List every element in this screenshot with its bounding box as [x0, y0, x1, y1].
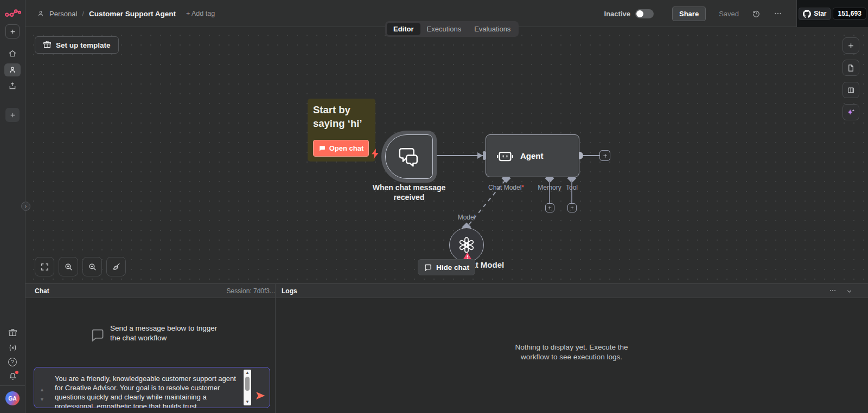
chat-bubble-filled-icon: [318, 145, 326, 152]
topbar-actions: Inactive Share Saved: [604, 0, 782, 27]
node-agent[interactable]: Agent: [486, 134, 579, 177]
sidebar-bottom: ?: [8, 328, 17, 385]
node-chat-trigger[interactable]: [385, 134, 433, 179]
open-chat-button[interactable]: Open chat: [313, 140, 369, 157]
add-tool-button[interactable]: [567, 203, 577, 212]
templates-box-icon: [8, 328, 17, 338]
sidebar-item-shared[interactable]: [4, 80, 21, 93]
chat-empty-message: Send a message below to trigger the chat…: [110, 324, 224, 343]
tab-executions[interactable]: Executions: [420, 23, 468, 35]
scroll-up-arrow[interactable]: ▲: [244, 370, 251, 376]
tab-editor[interactable]: Editor: [387, 23, 420, 35]
share-button[interactable]: Share: [672, 7, 706, 21]
more-options-button[interactable]: [774, 9, 782, 18]
workflow-status-label: Inactive: [604, 10, 630, 18]
breadcrumb-project[interactable]: Personal: [49, 10, 77, 18]
workflow-edges: [25, 27, 868, 283]
n8n-workflow-editor: ? GA › Personal / Customer Support Agent…: [0, 0, 868, 413]
logs-empty-message: Nothing to display yet. Execute the work…: [275, 343, 868, 362]
home-icon: [8, 49, 17, 58]
chat-session-id: Session: 7d0f3...: [227, 287, 275, 295]
workflow-title[interactable]: Customer Support Agent: [89, 10, 176, 18]
chat-input[interactable]: ▲ ▼ You are a friendly, knowledgeable cu…: [34, 367, 270, 408]
agent-tool-label: Tool: [559, 184, 585, 191]
history-icon: [752, 9, 761, 18]
github-star-label: Star: [814, 10, 826, 17]
tidy-up-button[interactable]: [106, 257, 126, 276]
split-panel-icon: [847, 86, 855, 94]
chat-bubble-outline-icon: [424, 263, 432, 272]
n8n-logo-icon[interactable]: [5, 7, 21, 22]
add-node-button[interactable]: [843, 37, 859, 54]
zoom-to-fit-button[interactable]: [35, 257, 54, 276]
breadcrumb-separator: /: [82, 10, 84, 18]
broom-icon: [112, 262, 121, 272]
zoom-out-icon: [88, 262, 97, 272]
ai-assistant-button[interactable]: [843, 104, 859, 120]
sidebar-new-workflow-button[interactable]: [5, 24, 20, 38]
breadcrumb: Personal / Customer Support Agent + Add …: [37, 0, 215, 27]
lightning-trigger-icon: [371, 149, 379, 161]
input-history-arrows: ▲ ▼: [40, 387, 44, 402]
zoom-out-button[interactable]: [82, 257, 102, 276]
sidebar-item-notifications[interactable]: [8, 372, 17, 381]
collapse-panel-button[interactable]: [846, 287, 853, 297]
send-message-button[interactable]: [253, 389, 267, 402]
sidebar-item-personal[interactable]: [4, 63, 21, 76]
history-down-button[interactable]: ▼: [40, 397, 44, 402]
logs-panel-title: Logs: [282, 287, 297, 295]
chevron-down-icon: [846, 288, 853, 295]
input-scrollbar[interactable]: ▲ ▼: [244, 370, 251, 405]
trigger-node-label: When chat message received: [363, 183, 455, 202]
setup-template-button[interactable]: Set up template: [35, 36, 119, 54]
add-sticky-note-button[interactable]: [843, 60, 859, 76]
agent-chat-model-label: Chat Model*: [479, 184, 533, 191]
sticky-note[interactable]: Start by saying ‘hi’ Open chat: [308, 99, 375, 162]
sidebar-item-help[interactable]: ?: [8, 358, 17, 366]
ellipsis-icon: [774, 9, 782, 18]
workflow-history-button[interactable]: [752, 9, 761, 18]
tab-evaluations[interactable]: Evaluations: [468, 23, 517, 35]
history-up-button[interactable]: ▲: [40, 387, 44, 392]
node-openai-chat-model[interactable]: [449, 228, 484, 262]
sidebar-nav: [4, 47, 21, 93]
user-icon: [8, 66, 17, 74]
bottom-panel-header[interactable]: Chat Session: 7d0f3... Logs: [25, 284, 868, 298]
scroll-thumb[interactable]: [245, 377, 250, 391]
hide-chat-button[interactable]: Hide chat: [418, 259, 475, 275]
fit-view-icon: [40, 262, 49, 272]
bottom-panel: Chat Session: 7d0f3... Logs Send a messa…: [25, 283, 868, 413]
add-node-after-agent-button[interactable]: [599, 150, 610, 161]
github-star-widget: Star 151,693: [796, 0, 868, 27]
add-tag-button[interactable]: + Add tag: [186, 10, 215, 17]
sidebar-add-project-button[interactable]: [5, 108, 20, 122]
github-icon: [803, 10, 811, 18]
toggle-panel-button[interactable]: [843, 82, 859, 98]
zoom-in-icon: [64, 262, 73, 272]
github-star-count[interactable]: 151,693: [833, 8, 866, 20]
add-memory-button[interactable]: [545, 203, 554, 212]
sidebar-expand-button[interactable]: ›: [21, 202, 30, 211]
chat-input-text: You are a friendly, knowledgeable custom…: [55, 374, 246, 408]
openai-logo-icon: [457, 236, 476, 254]
workflow-canvas[interactable]: Set up template Start by saying ‘hi’: [25, 27, 868, 283]
open-chat-label: Open chat: [329, 144, 364, 152]
activate-toggle[interactable]: [635, 9, 654, 18]
note-file-icon: [847, 64, 855, 72]
send-icon: [254, 390, 266, 401]
scroll-down-arrow[interactable]: ▼: [244, 399, 251, 405]
ellipsis-icon: [829, 287, 837, 294]
sidebar-item-home[interactable]: [4, 47, 21, 60]
plus-icon: [847, 42, 855, 50]
saved-status: Saved: [719, 10, 739, 18]
github-star-button[interactable]: Star: [799, 8, 831, 20]
sidebar-footer: GA: [0, 385, 25, 413]
sidebar-item-templates[interactable]: [8, 328, 17, 338]
user-avatar[interactable]: GA: [5, 391, 20, 405]
sidebar-item-variables[interactable]: [8, 343, 17, 352]
help-icon: ?: [8, 358, 17, 366]
logs-options-button[interactable]: [829, 287, 837, 296]
zoom-in-button[interactable]: [59, 257, 78, 276]
sticky-note-title: Start by saying ‘hi’: [313, 104, 370, 131]
model-connector-label: Model: [450, 214, 483, 221]
